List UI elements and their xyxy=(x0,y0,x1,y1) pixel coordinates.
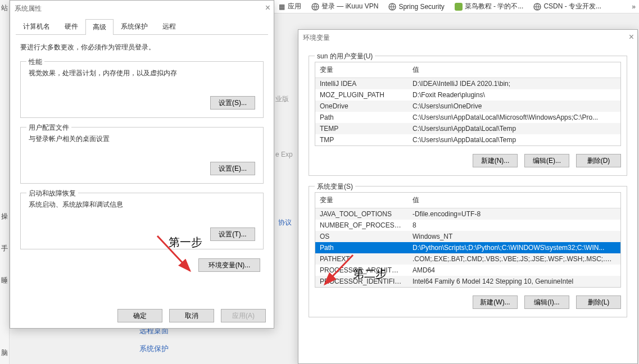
bookmark-csdn[interactable]: CSDN - 专业开发... xyxy=(533,2,601,11)
dialog-titlebar: 系统属性 × xyxy=(10,1,274,16)
system-variables-group: 系统变量(S) 变量 值 JAVA_TOOL_OPTIONS-Dfile.enc… xyxy=(309,186,627,317)
tab-remote[interactable]: 远程 xyxy=(155,19,183,34)
admin-notice: 要进行大多数更改，你必须作为管理员登录。 xyxy=(20,43,264,52)
bookmark-label: Spring Security xyxy=(398,3,444,11)
col-header-name[interactable]: 变量 xyxy=(315,62,408,78)
close-icon[interactable]: × xyxy=(629,32,634,42)
tab-computer-name[interactable]: 计算机名 xyxy=(16,19,57,34)
performance-settings-button[interactable]: 设置(S)... xyxy=(210,96,255,110)
tab-strip: 计算机名 硬件 高级 系统保护 远程 xyxy=(16,19,268,35)
profile-settings-button[interactable]: 设置(E)... xyxy=(210,162,255,175)
col-header-value[interactable]: 值 xyxy=(408,62,620,78)
frag-char: 睡 xyxy=(0,275,9,286)
group-legend: 用户配置文件 xyxy=(26,123,71,133)
annotation-step2: 第二步 xyxy=(353,266,387,281)
group-desc: 视觉效果，处理器计划，内存使用，以及虚拟内存 xyxy=(29,69,255,78)
cell-value: D:\IDEA\IntelliJ IDEA 2020.1\bin; xyxy=(408,78,620,89)
frag-char: 脑 xyxy=(0,347,9,359)
cell-name: OS xyxy=(315,231,408,242)
delete-user-var-button[interactable]: 删除(D) xyxy=(576,154,621,167)
cell-value: D:\Python\Scripts\;D:\Python\;C:\WINDOWS… xyxy=(408,242,620,253)
group-legend: 性能 xyxy=(26,57,44,67)
col-header-value[interactable]: 值 xyxy=(408,193,620,208)
tab-hardware[interactable]: 硬件 xyxy=(57,19,85,34)
tab-advanced[interactable]: 高级 xyxy=(85,19,114,35)
cell-value: C:\Users\sun\AppData\Local\Temp xyxy=(408,123,620,134)
cell-name: IntelliJ IDEA xyxy=(315,78,408,89)
col-header-name[interactable]: 变量 xyxy=(315,193,408,208)
user-variables-table: 变量 值 IntelliJ IDEAD:\IDEA\IntelliJ IDEA … xyxy=(315,62,621,146)
cell-name: OneDrive xyxy=(315,101,408,112)
bookmark-label: 登录 — iKuuu VPN xyxy=(321,2,378,11)
apply-button[interactable]: 应用(A) xyxy=(221,309,266,322)
cell-value: -Dfile.encoding=UTF-8 xyxy=(408,208,620,220)
close-icon[interactable]: × xyxy=(265,3,270,13)
edit-user-var-button[interactable]: 编辑(E)... xyxy=(524,154,569,167)
svg-rect-2 xyxy=(455,3,463,11)
cell-value: 8 xyxy=(408,220,620,231)
cell-value: AMD64 xyxy=(408,265,620,276)
dialog-title-text: 系统属性 xyxy=(15,4,42,13)
system-properties-dialog: 系统属性 × 计算机名 硬件 高级 系统保护 远程 要进行大多数更改，你必须作为… xyxy=(10,0,274,329)
table-row[interactable]: PathC:\Users\sun\AppData\Local\Microsoft… xyxy=(315,112,620,123)
cancel-button[interactable]: 取消 xyxy=(169,309,214,322)
cell-value: C:\Users\sun\OneDrive xyxy=(408,101,620,112)
table-row[interactable]: JAVA_TOOL_OPTIONS-Dfile.encoding=UTF-8 xyxy=(315,208,620,220)
cell-name: JAVA_TOOL_OPTIONS xyxy=(315,208,408,220)
bg-fragment: e Exp xyxy=(275,151,293,158)
user-rows-container: IntelliJ IDEAD:\IDEA\IntelliJ IDEA 2020.… xyxy=(315,78,620,145)
overflow-chevron-icon[interactable]: » xyxy=(632,3,636,11)
table-row[interactable]: IntelliJ IDEAD:\IDEA\IntelliJ IDEA 2020.… xyxy=(315,78,620,89)
group-legend: 启动和故障恢复 xyxy=(26,189,78,198)
tab-system-protection[interactable]: 系统保护 xyxy=(114,19,155,34)
group-legend: sun 的用户变量(U) xyxy=(315,52,375,61)
bg-fragment: 业版 xyxy=(275,94,289,104)
user-variables-group: sun 的用户变量(U) 变量 值 IntelliJ IDEAD:\IDEA\I… xyxy=(309,56,627,176)
apps-icon: ▦ xyxy=(278,3,285,11)
apps-shortcut[interactable]: ▦ 应用 xyxy=(278,2,301,11)
table-row[interactable]: MOZ_PLUGIN_PATHD:\Foxit Reader\plugins\ xyxy=(315,89,620,101)
cell-name: Path xyxy=(315,112,408,123)
globe-icon xyxy=(533,3,541,11)
bookmark-ikuuu[interactable]: 登录 — iKuuu VPN xyxy=(311,2,378,11)
cell-name: TEMP xyxy=(315,123,408,134)
table-row[interactable]: OSWindows_NT xyxy=(315,231,620,242)
table-row[interactable]: PathD:\Python\Scripts\;D:\Python\;C:\WIN… xyxy=(315,242,620,253)
link-system-protection[interactable]: 系统保护 xyxy=(139,344,169,354)
frag-char: 手 xyxy=(0,243,9,254)
environment-variables-button[interactable]: 环境变量(N)... xyxy=(198,258,260,272)
site-icon xyxy=(455,3,463,11)
globe-icon xyxy=(388,3,396,11)
group-legend: 系统变量(S) xyxy=(315,182,355,192)
new-user-var-button[interactable]: 新建(N)... xyxy=(473,154,518,167)
frag-char: 操 xyxy=(0,211,9,222)
ok-button[interactable]: 确定 xyxy=(117,309,162,322)
cell-name: Path xyxy=(315,242,408,253)
startup-recovery-group: 启动和故障恢复 系统启动、系统故障和调试信息 设置(T)... xyxy=(20,193,264,249)
bookmark-runoob[interactable]: 菜鸟教程 - 学的不... xyxy=(455,2,524,11)
group-desc: 与登录帐户相关的桌面设置 xyxy=(29,134,255,144)
dialog-title-text: 环境变量 xyxy=(303,33,330,43)
table-row[interactable]: TMPC:\Users\sun\AppData\Local\Temp xyxy=(315,134,620,145)
table-row[interactable]: OneDriveC:\Users\sun\OneDrive xyxy=(315,101,620,112)
user-profiles-group: 用户配置文件 与登录帐户相关的桌面设置 设置(E)... xyxy=(20,127,264,184)
table-row[interactable]: TEMPC:\Users\sun\AppData\Local\Temp xyxy=(315,123,620,134)
cell-value: D:\Foxit Reader\plugins\ xyxy=(408,89,620,101)
cell-name: PATHEXT xyxy=(315,253,408,265)
new-sys-var-button[interactable]: 新建(W)... xyxy=(473,295,518,309)
table-row[interactable]: PATHEXT.COM;.EXE;.BAT;.CMD;.VBS;.VBE;.JS… xyxy=(315,253,620,265)
table-row[interactable]: NUMBER_OF_PROCESSORS8 xyxy=(315,220,620,231)
dialog-footer: 确定 取消 应用(A) xyxy=(117,309,266,322)
startup-settings-button[interactable]: 设置(T)... xyxy=(210,228,255,241)
delete-sys-var-button[interactable]: 删除(L) xyxy=(576,295,621,309)
cell-value: C:\Users\sun\AppData\Local\Temp xyxy=(408,134,620,145)
group-desc: 系统启动、系统故障和调试信息 xyxy=(29,200,255,210)
bookmark-spring[interactable]: Spring Security xyxy=(388,3,444,11)
cell-name: NUMBER_OF_PROCESSORS xyxy=(315,220,408,231)
edit-sys-var-button[interactable]: 编辑(I)... xyxy=(524,295,569,309)
cell-value: .COM;.EXE;.BAT;.CMD;.VBS;.VBE;.JS;.JSE;.… xyxy=(408,253,620,265)
apps-label: 应用 xyxy=(288,2,301,11)
dialog-titlebar: 环境变量 × xyxy=(298,30,637,46)
cell-value: Windows_NT xyxy=(408,231,620,242)
bg-fragment-link[interactable]: 协议 xyxy=(278,218,292,228)
